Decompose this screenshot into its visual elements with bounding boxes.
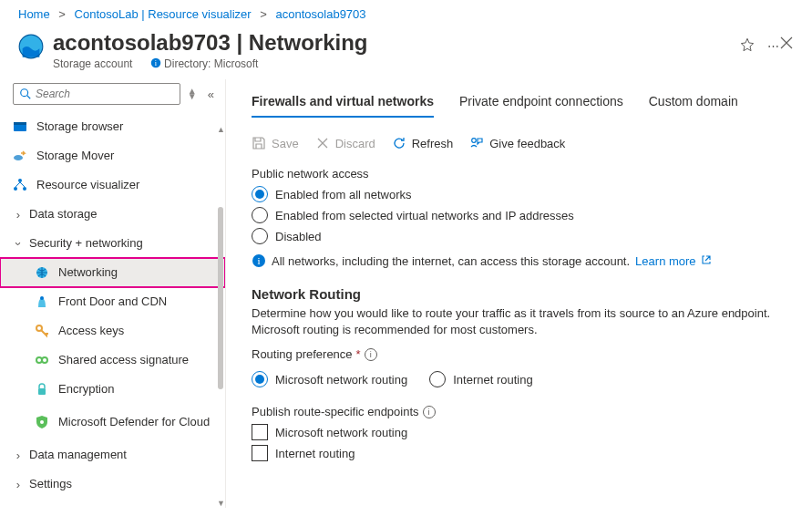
directory-label: i Directory: Microsoft <box>150 57 259 70</box>
collapse-sidebar-icon[interactable]: « <box>204 88 218 101</box>
more-icon[interactable]: ⋯ <box>767 39 779 53</box>
svg-point-11 <box>23 187 26 191</box>
sidebar-search[interactable] <box>13 83 180 105</box>
tab-private-endpoints[interactable]: Private endpoint connections <box>459 90 623 118</box>
access-keys-icon <box>35 324 49 338</box>
sas-icon <box>35 353 49 367</box>
save-button[interactable]: Save <box>252 136 299 150</box>
routing-pref-label: Routing preference <box>252 347 353 361</box>
scroll-up-icon[interactable]: ▲ <box>217 125 225 134</box>
radio-label: Microsoft network routing <box>275 373 407 387</box>
page-header: acontosolab9703 | Networking Storage acc… <box>0 25 812 79</box>
svg-point-13 <box>40 296 44 300</box>
front-door-icon <box>35 294 49 309</box>
networking-icon <box>35 265 49 280</box>
chevron-right-icon: › <box>13 208 24 222</box>
radio-label: Disabled <box>275 230 322 243</box>
feedback-icon <box>469 136 484 150</box>
sidebar-item-label: Front Door and CDN <box>58 294 218 309</box>
sidebar-item-front-door[interactable]: Front Door and CDN <box>0 287 225 316</box>
sort-toggle-icon[interactable]: ▲▼ <box>188 88 197 99</box>
svg-point-18 <box>40 420 44 424</box>
publish-endpoints-label: Publish route-specific endpoints <box>252 405 419 418</box>
radio-ms-routing[interactable] <box>252 371 268 387</box>
sidebar-nav: Storage browser Storage Mover Resource v… <box>0 112 225 508</box>
sidebar-item-networking[interactable]: Networking <box>0 258 225 287</box>
radio-internet-routing[interactable] <box>429 371 446 387</box>
button-label: Discard <box>335 137 375 150</box>
sidebar-item-label: Networking <box>58 265 218 280</box>
search-input[interactable] <box>36 88 174 100</box>
favorite-star-icon[interactable] <box>740 37 755 55</box>
tab-custom-domain[interactable]: Custom domain <box>649 90 738 118</box>
refresh-icon <box>392 136 406 150</box>
sidebar-item-settings[interactable]: › Settings <box>0 470 225 499</box>
sidebar-item-security-networking[interactable]: › Security + networking <box>0 229 225 258</box>
toolbar: Save Discard Refresh Give feedback <box>252 136 794 150</box>
svg-point-10 <box>14 187 17 191</box>
sidebar-item-sas[interactable]: Shared access signature <box>0 346 225 375</box>
tabs: Firewalls and virtual networks Private e… <box>252 90 794 118</box>
radio-selected-networks[interactable] <box>252 207 268 223</box>
breadcrumb-l1[interactable]: ContosoLab | Resource visualizer <box>75 7 252 21</box>
feedback-button[interactable]: Give feedback <box>469 136 565 150</box>
info-text: All networks, including the internet, ca… <box>272 254 630 268</box>
sidebar-item-data-management[interactable]: › Data management <box>0 440 225 470</box>
refresh-button[interactable]: Refresh <box>392 136 454 150</box>
breadcrumb-home[interactable]: Home <box>18 7 50 21</box>
tab-firewalls[interactable]: Firewalls and virtual networks <box>252 90 434 118</box>
close-button[interactable] <box>779 36 794 53</box>
radio-label: Enabled from selected virtual networks a… <box>275 209 574 222</box>
breadcrumb-sep: > <box>53 7 71 21</box>
learn-more-link[interactable]: Learn more <box>635 254 712 268</box>
storage-mover-icon <box>13 149 27 163</box>
sidebar-item-label: Access keys <box>58 324 218 338</box>
sidebar-item-storage-browser[interactable]: Storage browser <box>0 112 225 141</box>
radio-all-networks[interactable] <box>252 186 268 202</box>
discard-icon <box>315 136 330 150</box>
sidebar-item-label: Resource visualizer <box>36 178 218 192</box>
breadcrumb-l2[interactable]: acontosolab9703 <box>276 7 366 21</box>
sidebar-scrollbar[interactable]: ▲ ▼ <box>218 134 223 499</box>
info-tooltip-icon[interactable]: i <box>423 406 436 418</box>
search-icon <box>19 88 32 100</box>
sidebar-item-storage-mover[interactable]: Storage Mover <box>0 141 225 170</box>
sidebar-item-label: Settings <box>29 477 218 491</box>
svg-rect-17 <box>38 388 46 395</box>
resource-type-label: Storage account <box>53 57 132 70</box>
page-title: acontosolab9703 | Networking <box>53 30 367 56</box>
svg-point-8 <box>14 155 23 160</box>
sidebar-item-label: Encryption <box>58 382 218 397</box>
button-label: Save <box>272 137 299 150</box>
storage-browser-icon <box>13 119 27 134</box>
required-indicator: * <box>356 347 361 361</box>
sidebar-item-label: Microsoft Defender for Cloud <box>58 415 218 429</box>
discard-button[interactable]: Discard <box>315 136 375 150</box>
chevron-right-icon: › <box>13 478 24 491</box>
sidebar-item-defender[interactable]: Microsoft Defender for Cloud <box>0 404 225 440</box>
radio-disabled[interactable] <box>252 228 268 244</box>
button-label: Give feedback <box>489 137 565 150</box>
encryption-icon <box>35 382 49 397</box>
radio-label: Enabled from all networks <box>275 188 412 201</box>
routing-description: Determine how you would like to route yo… <box>252 305 794 338</box>
radio-label: Internet routing <box>453 373 532 387</box>
sidebar-item-access-keys[interactable]: Access keys <box>0 316 225 346</box>
checkbox-internet-routing[interactable] <box>252 445 268 461</box>
info-tooltip-icon[interactable]: i <box>365 348 377 361</box>
sidebar-item-data-storage[interactable]: › Data storage <box>0 200 225 229</box>
sidebar-item-label: Data management <box>29 448 218 462</box>
svg-point-16 <box>42 357 47 363</box>
svg-point-19 <box>472 139 477 143</box>
defender-icon <box>35 415 49 429</box>
sidebar-item-label: Storage browser <box>36 119 218 134</box>
info-icon: i <box>252 253 266 268</box>
external-link-icon <box>701 254 712 265</box>
sidebar-item-resource-visualizer[interactable]: Resource visualizer <box>0 170 225 200</box>
resource-visualizer-icon <box>13 178 27 192</box>
sidebar-item-encryption[interactable]: Encryption <box>0 375 225 404</box>
checkbox-ms-routing[interactable] <box>252 424 268 440</box>
scroll-down-icon[interactable]: ▼ <box>217 499 225 508</box>
svg-point-4 <box>21 89 28 97</box>
breadcrumb: Home > ContosoLab | Resource visualizer … <box>0 0 812 25</box>
